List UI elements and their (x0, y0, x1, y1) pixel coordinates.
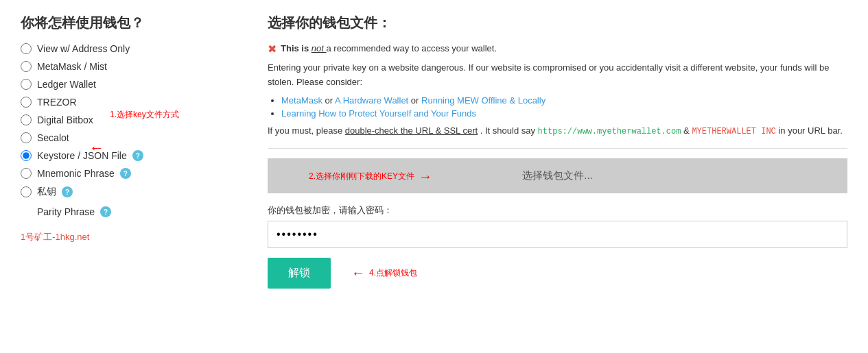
url-bar: in your URL bar. (778, 125, 842, 136)
option-digital-bitbox-label: Digital Bitbox (37, 114, 93, 125)
file-annotation: 2.选择你刚刚下载的KEY文件 → (309, 168, 432, 184)
arrow-right-icon: → (419, 168, 432, 184)
unlock-annotation: ← 4.点解锁钱包 (351, 265, 417, 281)
option-keystore[interactable]: Keystore / JSON File ? (21, 150, 240, 161)
radio-secalot[interactable] (21, 132, 32, 143)
left-title: 你将怎样使用钱包？ (21, 14, 240, 32)
link-protect[interactable]: Learning How to Protect Yourself and You… (281, 108, 476, 119)
unlock-section: 解锁 ← 4.点解锁钱包 (268, 258, 847, 289)
keystore-help-icon[interactable]: ? (132, 150, 143, 161)
mnemonic-help-icon[interactable]: ? (120, 168, 131, 179)
option-metamask-label: MetaMask / Mist (37, 61, 107, 72)
option-mnemonic[interactable]: Mnemonic Phrase ? (21, 168, 240, 179)
url-check-link[interactable]: double-check the URL & SSL cert (345, 125, 478, 136)
option-ledger-label: Ledger Wallet (37, 79, 96, 90)
url-check-prefix: If you must, please (268, 125, 345, 136)
url-check-rest: . It should say (480, 125, 538, 136)
password-input[interactable] (268, 221, 847, 248)
left-panel: 你将怎样使用钱包？ View w/ Address Only MetaMask … (21, 14, 240, 289)
option-keystore-label: Keystore / JSON File (37, 150, 127, 161)
option-private-key[interactable]: 私钥 ? (21, 186, 240, 198)
bullet-item-2: Learning How to Protect Yourself and You… (281, 108, 847, 119)
option-mnemonic-label: Mnemonic Phrase (37, 168, 115, 179)
option-secalot[interactable]: Secalot ← (21, 132, 240, 143)
radio-trezor[interactable] (21, 97, 32, 108)
warning-strong: This is (281, 43, 309, 53)
radio-view-address[interactable] (21, 43, 32, 54)
warning-main-line: ✖ This is not a recommended way to acces… (268, 42, 847, 57)
unlock-button[interactable]: 解锁 (268, 258, 331, 289)
bullet-list: MetaMask or A Hardware Wallet or Running… (281, 95, 847, 119)
radio-private-key[interactable] (21, 186, 32, 197)
radio-mnemonic[interactable] (21, 168, 32, 179)
warning-body: Entering your private key on a website d… (268, 61, 847, 90)
radio-digital-bitbox[interactable] (21, 114, 32, 125)
radio-ledger[interactable] (21, 79, 32, 90)
warning-rest: a recommended way to access your wallet. (327, 43, 497, 53)
bullet-item-1: MetaMask or A Hardware Wallet or Running… (281, 95, 847, 106)
footer-link[interactable]: 1号矿工-1hkg.net (21, 231, 240, 243)
url-green: https://www.myetherwallet.com (538, 127, 681, 136)
arrow-left-unlock-icon: ← (351, 265, 365, 281)
url-pink: MYETHERWALLET INC (692, 127, 775, 136)
password-label: 你的钱包被加密，请输入密码： (268, 204, 847, 217)
private-key-help-icon[interactable]: ? (62, 186, 73, 197)
file-annotation-text: 2.选择你刚刚下载的KEY文件 (309, 170, 414, 182)
warning-box: ✖ This is not a recommended way to acces… (268, 42, 847, 138)
option-parity-label: Parity Phrase (37, 206, 95, 217)
error-icon: ✖ (268, 42, 277, 57)
bullet-or-2: or (411, 95, 421, 106)
option-parity: Parity Phrase ? (21, 206, 240, 217)
password-section: 你的钱包被加密，请输入密码： ← 3.输入你刚开始设置的密码 (268, 204, 847, 248)
unlock-label: 解锁 (288, 267, 310, 278)
unlock-annotation-text: 4.点解锁钱包 (369, 267, 417, 279)
right-title: 选择你的钱包文件： (268, 14, 847, 32)
url-ampersand: & (683, 125, 692, 136)
url-check-line: If you must, please double-check the URL… (268, 124, 847, 138)
option-ledger[interactable]: Ledger Wallet (21, 79, 240, 90)
option-trezor[interactable]: TREZOR (21, 97, 240, 108)
option-digital-bitbox[interactable]: Digital Bitbox 1.选择key文件方式 (21, 114, 240, 125)
password-wrapper: ← 3.输入你刚开始设置的密码 (268, 221, 847, 248)
file-btn-label: 选择钱包文件... (522, 169, 593, 182)
radio-metamask[interactable] (21, 61, 32, 72)
parity-help-icon[interactable]: ? (100, 206, 111, 217)
option-view-address[interactable]: View w/ Address Only (21, 43, 240, 54)
annotation-1: 1.选择key文件方式 (110, 109, 179, 121)
link-metamask[interactable]: MetaMask (281, 95, 322, 106)
option-view-address-label: View w/ Address Only (37, 43, 130, 54)
option-private-key-label: 私钥 (37, 186, 56, 198)
right-panel: 选择你的钱包文件： ✖ This is not a recommended wa… (268, 14, 847, 289)
file-select-wrapper: 选择钱包文件... 2.选择你刚刚下载的KEY文件 → (268, 158, 847, 193)
option-metamask[interactable]: MetaMask / Mist (21, 61, 240, 72)
warning-not: not (312, 43, 327, 53)
bullet-or-1: or (325, 95, 335, 106)
link-hardware-wallet[interactable]: A Hardware Wallet (335, 95, 408, 106)
option-trezor-label: TREZOR (37, 97, 77, 108)
radio-group: View w/ Address Only MetaMask / Mist Led… (21, 43, 240, 217)
warning-main-text: This is not a recommended way to access … (281, 42, 497, 56)
link-mew-offline[interactable]: Running MEW Offline & Locally (421, 95, 546, 106)
radio-keystore[interactable] (21, 150, 32, 161)
option-secalot-label: Secalot (37, 132, 69, 143)
separator (268, 148, 847, 149)
